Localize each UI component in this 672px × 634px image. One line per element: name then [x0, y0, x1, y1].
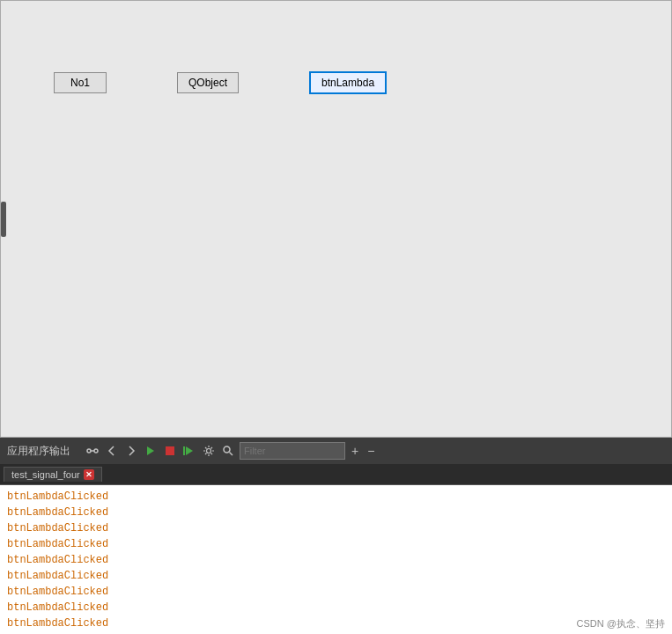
log-line: btnLambdaClicked: [7, 568, 665, 584]
tab-test-signal-four[interactable]: test_signal_four ✕: [4, 467, 102, 482]
main-window: No1 QObject btnLambda: [0, 0, 672, 438]
log-line: btnLambdaClicked: [7, 552, 665, 568]
svg-marker-5: [186, 446, 193, 455]
toolbar-row: 应用程序输出: [0, 438, 672, 464]
svg-marker-3: [147, 446, 154, 455]
svg-point-1: [94, 449, 98, 453]
qobject-button[interactable]: QObject: [177, 72, 239, 93]
log-line: btnLambdaClicked: [7, 505, 665, 520]
log-line: btnLambdaClicked: [7, 520, 665, 536]
settings-icon[interactable]: [201, 443, 217, 459]
svg-point-0: [87, 449, 91, 453]
log-line: btnLambdaClicked: [7, 600, 665, 616]
watermark: CSDN @执念、坚持: [577, 617, 665, 630]
filter-input[interactable]: [240, 442, 345, 460]
svg-line-9: [230, 453, 233, 456]
stop-icon[interactable]: [162, 443, 178, 459]
resize-handle[interactable]: [1, 202, 6, 237]
next-icon[interactable]: [123, 443, 139, 459]
run-icon[interactable]: [143, 443, 159, 459]
rerun-icon[interactable]: [181, 443, 197, 459]
no1-button[interactable]: No1: [54, 72, 107, 93]
svg-point-7: [207, 449, 211, 453]
add-button[interactable]: +: [349, 444, 361, 458]
log-line: btnLambdaClicked: [7, 489, 665, 505]
tab-close-icon[interactable]: ✕: [84, 469, 94, 480]
log-line: btnLambdaClicked: [7, 536, 665, 552]
remove-button[interactable]: −: [365, 444, 377, 458]
prev-icon[interactable]: [104, 443, 120, 459]
bottom-panel: 应用程序输出: [0, 438, 672, 634]
tab-label: test_signal_four: [11, 469, 80, 480]
svg-rect-4: [166, 446, 174, 455]
connect-icon[interactable]: [85, 443, 100, 459]
tab-row: test_signal_four ✕: [0, 464, 672, 485]
log-line: btnLambdaClicked: [7, 584, 665, 600]
panel-title: 应用程序输出: [7, 444, 70, 459]
buttons-row: No1 QObject btnLambda: [54, 71, 387, 94]
log-content: btnLambdaClickedbtnLambdaClickedbtnLambd…: [0, 485, 672, 634]
search-icon: [220, 443, 236, 459]
svg-point-8: [224, 446, 230, 453]
btnlambda-button[interactable]: btnLambda: [309, 71, 387, 94]
log-line: btnLambdaClicked: [7, 616, 665, 631]
